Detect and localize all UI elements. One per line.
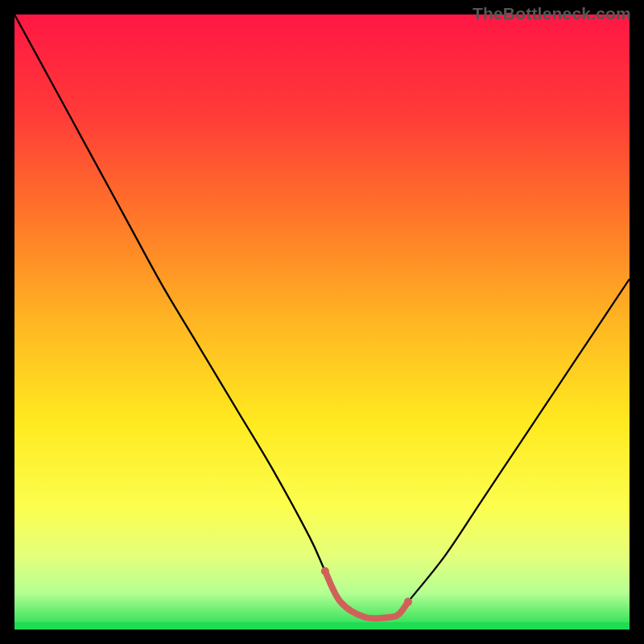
watermark-text: TheBottleneck.com: [473, 4, 631, 23]
gradient-background: [14, 14, 630, 630]
chart-stage: TheBottleneck.com: [0, 0, 644, 644]
highlight-endpoint-right: [404, 598, 412, 606]
chart-svg: [14, 14, 630, 630]
plot-area: [14, 14, 630, 630]
highlight-endpoint-left: [321, 567, 329, 575]
green-baseline-strip: [14, 622, 630, 630]
